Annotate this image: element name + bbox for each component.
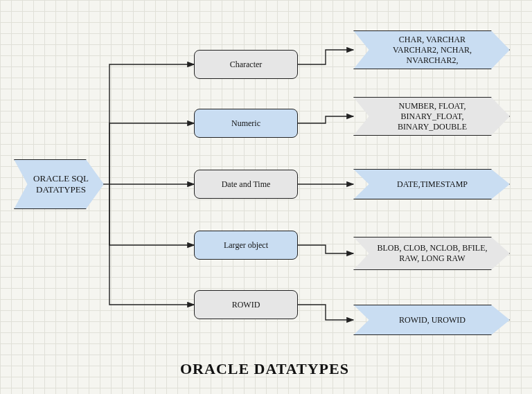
category-rowid: ROWID (194, 290, 298, 319)
leaf-character-types: CHAR, VARCHARVARCHAR2, NCHAR,NVARCHAR2, (353, 30, 510, 69)
leaf-datetime-types: DATE,TIMESTAMP (353, 169, 510, 199)
category-character: Character (194, 50, 298, 79)
leaf-rowid-types: ROWID, UROWID (353, 305, 510, 335)
category-numeric: Numeric (194, 109, 298, 138)
leaf-lob-types: BLOB, CLOB, NCLOB, BFILE,RAW, LONG RAW (353, 237, 510, 270)
category-datetime: Date and Time (194, 170, 298, 199)
root-node: ORACLE SQLDATATYPES (14, 159, 104, 209)
diagram-title: ORACLE DATATYPES (180, 360, 349, 378)
category-larger-object: Larger object (194, 231, 298, 260)
leaf-numeric-types: NUMBER, FLOAT,BINARY_FLOAT,BINARY_DOUBLE (353, 97, 510, 136)
